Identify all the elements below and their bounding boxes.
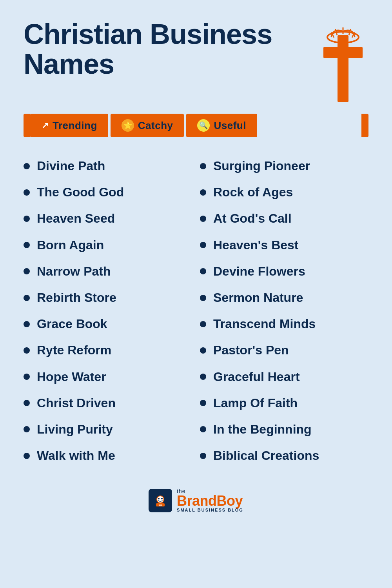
bullet-icon bbox=[200, 189, 206, 196]
bullet-icon bbox=[200, 268, 206, 274]
cross-icon bbox=[318, 24, 368, 102]
page-title: Christian Business Names bbox=[24, 20, 318, 79]
name-text: Christ Driven bbox=[37, 396, 116, 410]
bullet-icon bbox=[200, 163, 206, 169]
list-item: Transcend Minds bbox=[200, 311, 368, 337]
list-item: In the Beginning bbox=[200, 416, 368, 443]
list-item: Grace Book bbox=[24, 311, 192, 337]
name-text: Grace Book bbox=[37, 317, 107, 331]
bullet-icon bbox=[200, 242, 206, 248]
name-text: Rebirth Store bbox=[37, 291, 116, 305]
list-item: Rebirth Store bbox=[24, 285, 192, 311]
bullet-icon bbox=[200, 321, 206, 327]
list-item: Christ Driven bbox=[24, 390, 192, 416]
name-text: Sermon Nature bbox=[213, 291, 303, 305]
list-item: Hope Water bbox=[24, 364, 192, 390]
bullet-icon bbox=[24, 453, 30, 459]
bullet-icon bbox=[200, 453, 206, 459]
bullet-icon bbox=[24, 189, 30, 196]
bullet-icon bbox=[24, 163, 30, 169]
name-text: Rock of Ages bbox=[213, 185, 293, 199]
svg-point-8 bbox=[158, 498, 160, 499]
tag-useful-label: Useful bbox=[214, 120, 246, 132]
tags-bar: ↗ Trending ⭐ Catchy 🔍 Useful bbox=[24, 114, 368, 137]
name-text: Born Again bbox=[37, 238, 104, 252]
svg-text:BB: BB bbox=[159, 504, 162, 506]
bullet-icon bbox=[200, 400, 206, 406]
name-text: In the Beginning bbox=[213, 423, 312, 436]
names-grid: Divine PathThe Good GodHeaven SeedBorn A… bbox=[24, 153, 368, 469]
bullet-icon bbox=[200, 374, 206, 380]
list-item: Biblical Creations bbox=[200, 443, 368, 469]
logo-icon: BB bbox=[149, 489, 172, 512]
magnifier-icon: 🔍 bbox=[197, 119, 210, 132]
bullet-icon bbox=[24, 242, 30, 248]
names-left-column: Divine PathThe Good GodHeaven SeedBorn A… bbox=[24, 153, 192, 469]
list-item: Born Again bbox=[24, 232, 192, 258]
bullet-icon bbox=[24, 268, 30, 274]
list-item: Living Purity bbox=[24, 416, 192, 443]
brand-logo: BB the BrandBoy SMALL BUSINESS BLOG bbox=[149, 488, 243, 512]
list-item: Devine Flowers bbox=[200, 258, 368, 285]
accent-left bbox=[24, 114, 31, 137]
cross-vertical-bar bbox=[338, 35, 348, 102]
tag-catchy-label: Catchy bbox=[138, 120, 173, 132]
list-item: Divine Path bbox=[24, 153, 192, 179]
list-item: Graceful Heart bbox=[200, 364, 368, 390]
star-icon: ⭐ bbox=[122, 119, 134, 132]
bullet-icon bbox=[200, 295, 206, 301]
name-text: Narrow Path bbox=[37, 265, 111, 278]
name-text: Living Purity bbox=[37, 423, 113, 436]
list-item: At God's Call bbox=[200, 205, 368, 232]
name-text: Ryte Reform bbox=[37, 343, 111, 357]
svg-point-9 bbox=[161, 498, 163, 499]
name-text: Biblical Creations bbox=[213, 449, 319, 463]
svg-point-7 bbox=[157, 496, 164, 503]
list-item: Lamp Of Faith bbox=[200, 390, 368, 416]
list-item: Narrow Path bbox=[24, 258, 192, 285]
tag-catchy[interactable]: ⭐ Catchy bbox=[111, 114, 184, 137]
name-text: At God's Call bbox=[213, 212, 292, 225]
bullet-icon bbox=[24, 400, 30, 406]
footer: BB the BrandBoy SMALL BUSINESS BLOG bbox=[24, 488, 368, 512]
list-item: Surging Pioneer bbox=[200, 153, 368, 179]
list-item: Pastor's Pen bbox=[200, 337, 368, 363]
cross-horizontal-bar bbox=[323, 47, 363, 58]
bullet-icon bbox=[24, 295, 30, 301]
bullet-icon bbox=[24, 347, 30, 354]
bullet-icon bbox=[24, 216, 30, 222]
name-text: Walk with Me bbox=[37, 449, 115, 463]
name-text: Divine Path bbox=[37, 159, 105, 173]
bullet-icon bbox=[200, 426, 206, 432]
list-item: Sermon Nature bbox=[200, 285, 368, 311]
logo-brand-name: BrandBoy bbox=[177, 494, 243, 508]
bullet-icon bbox=[24, 426, 30, 432]
name-text: Transcend Minds bbox=[213, 317, 316, 331]
bullet-icon bbox=[24, 374, 30, 380]
tag-trending[interactable]: ↗ Trending bbox=[31, 114, 108, 137]
bullet-icon bbox=[200, 347, 206, 354]
logo-text-block: the BrandBoy SMALL BUSINESS BLOG bbox=[177, 488, 243, 512]
name-text: Devine Flowers bbox=[213, 265, 305, 278]
tag-trending-label: Trending bbox=[53, 120, 97, 132]
logo-sub-label: SMALL BUSINESS BLOG bbox=[177, 508, 243, 512]
name-text: Heaven Seed bbox=[37, 212, 115, 225]
name-text: Lamp Of Faith bbox=[213, 396, 298, 410]
name-text: The Good God bbox=[37, 185, 124, 199]
list-item: Walk with Me bbox=[24, 443, 192, 469]
name-text: Graceful Heart bbox=[213, 370, 300, 384]
name-text: Heaven's Best bbox=[213, 238, 299, 252]
list-item: Heaven's Best bbox=[200, 232, 368, 258]
bullet-icon bbox=[200, 216, 206, 222]
title-block: Christian Business Names bbox=[24, 20, 318, 79]
list-item: The Good God bbox=[24, 179, 192, 205]
trending-icon: ↗ bbox=[42, 120, 49, 131]
header: Christian Business Names bbox=[24, 20, 368, 102]
name-text: Pastor's Pen bbox=[213, 343, 289, 357]
name-text: Hope Water bbox=[37, 370, 106, 384]
tag-useful[interactable]: 🔍 Useful bbox=[186, 114, 257, 137]
list-item: Ryte Reform bbox=[24, 337, 192, 363]
accent-right bbox=[361, 114, 368, 137]
name-text: Surging Pioneer bbox=[213, 159, 310, 173]
bullet-icon bbox=[24, 321, 30, 327]
